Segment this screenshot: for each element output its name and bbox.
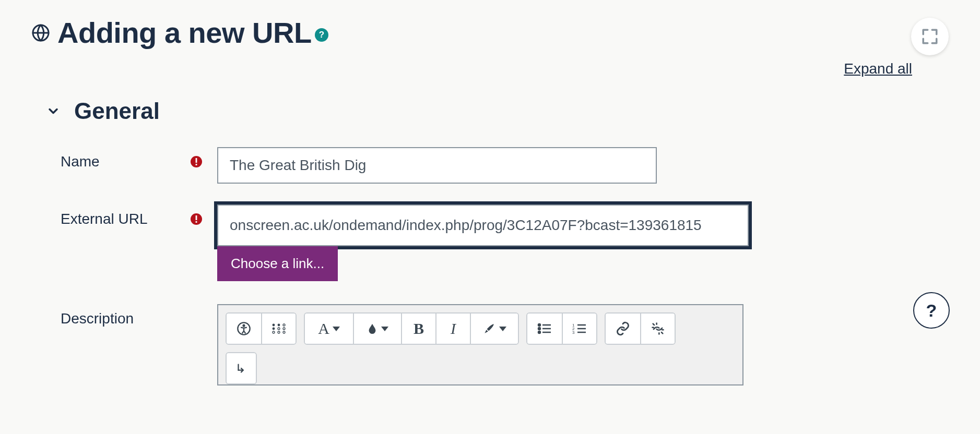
indent-icon — [235, 361, 247, 375]
editor-toolbar: A B I — [226, 312, 735, 345]
svg-point-23 — [538, 331, 540, 333]
svg-point-9 — [243, 325, 245, 327]
bold-button[interactable]: B — [401, 314, 435, 344]
svg-rect-4 — [196, 164, 197, 165]
caret-down-icon — [333, 327, 340, 331]
indent-button[interactable] — [227, 353, 256, 383]
section-toggle-general[interactable]: General — [46, 98, 949, 124]
help-icon[interactable]: ? — [315, 28, 328, 42]
unlink-button[interactable] — [640, 314, 675, 344]
expand-all-link[interactable]: Expand all — [844, 61, 912, 77]
section-title: General — [74, 98, 160, 124]
external-url-label: External URL — [61, 211, 148, 227]
question-mark-icon: ? — [926, 300, 937, 321]
expand-icon — [921, 28, 939, 45]
grid-dots-icon — [271, 322, 287, 335]
accessibility-icon — [237, 321, 251, 336]
description-editor[interactable]: A B I — [217, 304, 743, 385]
numbered-list-button[interactable]: 123 — [562, 314, 596, 344]
bullet-list-button[interactable] — [527, 314, 562, 344]
svg-point-11 — [278, 324, 280, 327]
caret-down-icon — [499, 327, 506, 331]
choose-link-button[interactable]: Choose a link... — [217, 246, 338, 281]
bold-icon: B — [414, 320, 424, 337]
name-input[interactable] — [217, 147, 657, 184]
description-label: Description — [61, 310, 134, 327]
svg-line-32 — [662, 332, 663, 333]
svg-point-12 — [283, 324, 285, 326]
svg-point-14 — [278, 328, 280, 330]
svg-line-31 — [653, 324, 654, 325]
globe-icon — [31, 23, 50, 42]
svg-point-18 — [283, 331, 285, 333]
link-button[interactable] — [606, 314, 640, 344]
text-color-button[interactable] — [353, 314, 401, 344]
letter-a-icon: A — [318, 320, 329, 337]
chevron-down-icon — [46, 104, 61, 118]
svg-point-16 — [273, 331, 275, 333]
external-url-input[interactable] — [217, 204, 749, 246]
italic-button[interactable]: I — [435, 314, 470, 344]
svg-point-10 — [273, 324, 275, 327]
highlight-button[interactable] — [470, 314, 518, 344]
title-block: Adding a new URL ? — [31, 16, 328, 50]
svg-point-21 — [538, 328, 540, 330]
more-tools-button[interactable] — [261, 314, 296, 344]
paragraph-style-button[interactable]: A — [305, 314, 353, 344]
italic-icon: I — [451, 320, 456, 337]
svg-point-13 — [273, 328, 275, 330]
svg-point-17 — [278, 331, 280, 333]
caret-down-icon — [381, 327, 388, 331]
svg-rect-6 — [196, 215, 197, 220]
floating-help-button[interactable]: ? — [913, 292, 950, 329]
required-icon — [190, 155, 203, 168]
numbered-list-icon: 123 — [572, 322, 587, 335]
accessibility-button[interactable] — [227, 314, 261, 344]
tint-icon — [367, 322, 378, 335]
link-icon — [616, 321, 630, 336]
brush-icon — [482, 322, 496, 335]
svg-text:3: 3 — [572, 330, 575, 335]
page-title: Adding a new URL ? — [57, 16, 328, 50]
svg-rect-3 — [196, 158, 197, 163]
required-icon — [190, 213, 203, 225]
svg-point-15 — [283, 328, 285, 330]
svg-rect-7 — [196, 221, 197, 223]
name-label: Name — [61, 153, 100, 170]
unlink-icon — [650, 321, 666, 336]
page-title-text: Adding a new URL — [57, 16, 312, 50]
fullscreen-button[interactable] — [911, 18, 949, 55]
bullet-list-icon — [537, 322, 552, 335]
svg-point-19 — [538, 324, 540, 326]
